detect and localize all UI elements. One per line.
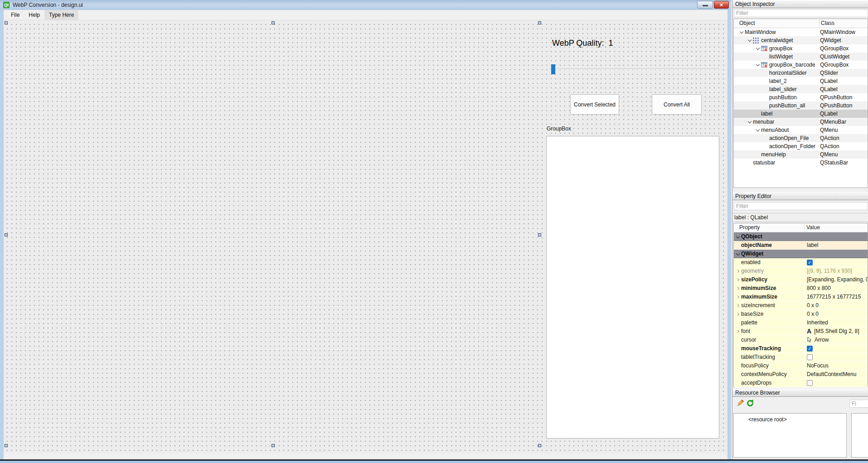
property-group-qobject[interactable]: QObject [734,232,868,241]
column-class[interactable]: Class [821,20,834,26]
column-separator[interactable] [805,223,805,232]
webp-quality-label[interactable]: WebP Quality: 1 [552,39,613,48]
property-table-column-header[interactable]: Property Value [734,223,868,232]
selection-handle[interactable] [5,233,8,236]
slider-handle[interactable] [551,64,555,74]
menu-item-help[interactable]: Help [24,10,44,20]
tree-row-actionOpen_Folder[interactable]: actionOpen_FolderQAction [734,142,868,150]
property-value-cell[interactable]: Inherited [805,318,868,327]
selection-handle[interactable] [5,21,8,24]
property-row-sizeIncrement[interactable]: sizeIncrement0 x 0 [734,301,868,310]
property-row-baseSize[interactable]: baseSize0 x 0 [734,310,868,318]
menu-item-file[interactable]: File [6,10,24,20]
checkbox-checked[interactable]: ✓ [807,260,813,265]
selection-handle[interactable] [538,233,541,236]
chevron-down-icon[interactable] [747,40,753,41]
selection-handle[interactable] [5,444,8,447]
tree-row-pushButton_all[interactable]: pushButton_allQPushButton [734,101,868,110]
property-row-cursor[interactable]: cursorArrow [734,336,868,344]
property-row-maximumSize[interactable]: maximumSize16777215 x 16777215 [734,293,868,301]
tree-row-statusbar[interactable]: statusbarQStatusBar [734,159,868,167]
form-canvas[interactable]: WebP Quality: 1 Convert Selected Convert… [4,20,727,453]
chevron-down-icon[interactable] [755,48,761,49]
chevron-right-icon[interactable] [734,313,741,315]
tree-row-actionOpen_File[interactable]: actionOpen_FileQAction [734,134,868,142]
chevron-down-icon[interactable] [755,64,761,66]
close-button[interactable]: × [714,1,729,9]
tree-row-listWidget[interactable]: listWidgetQListWidget [734,53,868,61]
tree-row-label[interactable]: labelQLabel [734,110,868,118]
property-row-tabletTracking[interactable]: tabletTracking [734,353,868,362]
resource-root-item[interactable]: <resource root> [734,414,846,423]
property-value-cell[interactable]: 0 x 0 [805,301,868,309]
selection-handle[interactable] [272,21,275,24]
property-row-objectName[interactable]: objectNamelabel [734,241,868,250]
property-value-cell[interactable]: label [805,241,868,249]
chevron-down-icon[interactable] [747,121,753,123]
tree-row-menuAbout[interactable]: menuAboutQMenu [734,126,868,134]
tree-row-menuHelp[interactable]: menuHelpQMenu [734,150,868,159]
tree-row-MainWindow[interactable]: MainWindowQMainWindow [734,28,868,36]
property-row-font[interactable]: fontA[MS Shell Dlg 2, 8] [734,327,868,336]
property-value-cell[interactable]: ✓ [805,258,868,266]
property-row-focusPolicy[interactable]: focusPolicyNoFocus [734,362,868,370]
property-row-geometry[interactable]: geometry[(9, 9), 1176 x 930] [734,267,868,275]
tree-row-label_slider[interactable]: label_sliderQLabel [734,85,868,93]
checkbox-unchecked[interactable] [807,380,813,386]
property-value-cell[interactable]: [Expanding, Expanding, 0, 0] [805,275,868,284]
property-row-acceptDrops[interactable]: acceptDrops [734,379,868,387]
column-property[interactable]: Property [739,224,760,231]
property-table[interactable]: Property Value QObjectobjectNamelabelQWi… [733,223,868,387]
property-row-palette[interactable]: paletteInherited [734,318,868,327]
property-group-qwidget[interactable]: QWidget [734,250,868,258]
chevron-down-icon[interactable] [755,130,761,131]
column-value[interactable]: Value [806,224,820,231]
checkbox-checked[interactable]: ✓ [807,346,813,352]
convert-selected-button[interactable]: Convert Selected [570,94,619,115]
property-value-cell[interactable]: ✓ [805,344,868,352]
property-value-cell[interactable]: 16777215 x 16777215 [805,293,868,301]
object-tree[interactable]: Object Class MainWindowQMainWindowcentra… [733,19,868,188]
edit-resources-button[interactable] [735,399,745,409]
tree-row-centralwidget[interactable]: centralwidgetQWidget [734,36,868,44]
property-row-sizePolicy[interactable]: sizePolicy[Expanding, Expanding, 0, 0] [734,275,868,284]
property-value-cell[interactable]: 800 x 800 [805,284,868,292]
resource-tree[interactable]: <resource root> [733,413,847,458]
chevron-right-icon[interactable] [734,279,741,281]
checkbox-unchecked[interactable] [807,354,813,360]
property-editor-filter-input[interactable] [734,202,868,210]
chevron-down-icon[interactable] [738,32,745,33]
chevron-right-icon[interactable] [734,304,741,307]
object-tree-column-header[interactable]: Object Class [734,19,868,28]
property-value-cell[interactable]: NoFocus [805,362,868,370]
tree-row-groupBox[interactable]: groupBoxQGroupBox [734,44,868,53]
chevron-right-icon[interactable] [734,296,741,298]
minimize-button[interactable] [697,1,713,9]
column-separator[interactable] [819,19,820,28]
selection-handle[interactable] [538,21,541,24]
property-value-cell[interactable]: 0 x 0 [805,310,868,318]
convert-all-button[interactable]: Convert All [652,94,702,115]
property-value-cell[interactable]: A[MS Shell Dlg 2, 8] [805,327,868,335]
chevron-right-icon[interactable] [734,270,741,272]
property-value-cell[interactable]: Arrow [805,336,868,344]
property-row-mouseTracking[interactable]: mouseTracking✓ [734,344,868,353]
tree-row-pushButton[interactable]: pushButtonQPushButton [734,93,868,101]
resource-detail-pane[interactable] [851,413,868,458]
property-value-cell[interactable]: [(9, 9), 1176 x 930] [805,267,868,275]
property-value-cell[interactable] [805,379,868,387]
tree-row-horizontalSlider[interactable]: horizontalSliderQSlider [734,69,868,77]
selection-handle[interactable] [538,444,541,447]
chevron-right-icon[interactable] [734,287,741,289]
property-row-minimumSize[interactable]: minimumSize800 x 800 [734,284,868,293]
property-value-cell[interactable] [805,353,868,361]
tree-row-groupBox_barcode[interactable]: groupBox_barcodeQGroupBox [734,61,868,69]
property-value-cell[interactable]: DefaultContextMenu [805,370,868,378]
list-widget[interactable] [546,136,719,439]
reload-button[interactable] [745,399,755,409]
tree-row-menubar[interactable]: menubarQMenuBar [734,118,868,126]
column-object[interactable]: Object [739,20,755,26]
chevron-right-icon[interactable] [734,330,741,333]
object-inspector-filter-input[interactable] [734,9,868,17]
property-row-contextMenuPolicy[interactable]: contextMenuPolicyDefaultContextMenu [734,370,868,379]
